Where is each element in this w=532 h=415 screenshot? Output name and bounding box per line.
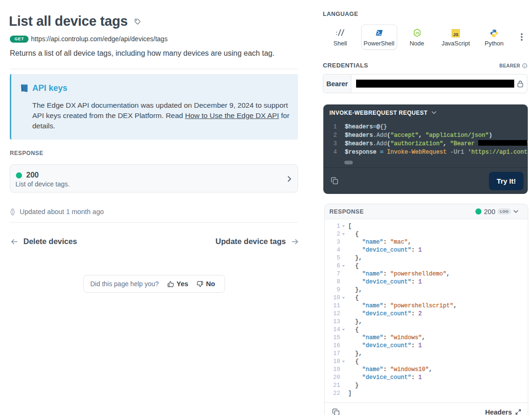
svg-text:JS: JS xyxy=(453,32,459,37)
svg-text:JS: JS xyxy=(415,31,419,35)
